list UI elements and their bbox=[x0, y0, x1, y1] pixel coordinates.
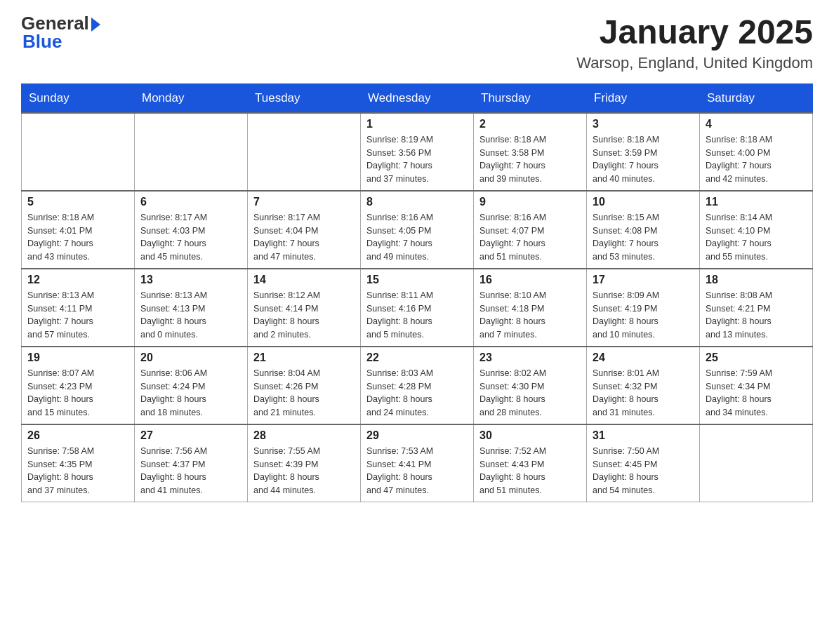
logo-triangle-icon bbox=[91, 18, 100, 32]
day-info: Sunrise: 8:10 AMSunset: 4:18 PMDaylight:… bbox=[479, 289, 581, 342]
day-info: Sunrise: 8:18 AMSunset: 4:01 PMDaylight:… bbox=[27, 211, 128, 264]
calendar-week-4: 26Sunrise: 7:58 AMSunset: 4:35 PMDayligh… bbox=[22, 424, 813, 502]
col-monday: Monday bbox=[135, 83, 248, 113]
col-tuesday: Tuesday bbox=[248, 83, 361, 113]
day-info: Sunrise: 8:16 AMSunset: 4:05 PMDaylight:… bbox=[366, 211, 468, 264]
day-number: 1 bbox=[366, 118, 468, 130]
calendar-cell: 23Sunrise: 8:02 AMSunset: 4:30 PMDayligh… bbox=[474, 347, 587, 424]
day-info: Sunrise: 8:13 AMSunset: 4:11 PMDaylight:… bbox=[27, 289, 128, 342]
day-info: Sunrise: 7:56 AMSunset: 4:37 PMDaylight:… bbox=[140, 445, 241, 497]
day-number: 25 bbox=[706, 351, 807, 364]
calendar-cell: 11Sunrise: 8:14 AMSunset: 4:10 PMDayligh… bbox=[700, 191, 813, 269]
page-header: General Blue January 2025 Warsop, Englan… bbox=[21, 14, 813, 72]
day-number: 24 bbox=[593, 351, 694, 364]
day-number: 7 bbox=[253, 196, 355, 208]
day-number: 22 bbox=[366, 351, 468, 364]
logo-general-text: General bbox=[21, 14, 89, 32]
day-info: Sunrise: 8:19 AMSunset: 3:56 PMDaylight:… bbox=[366, 133, 468, 186]
calendar-cell: 27Sunrise: 7:56 AMSunset: 4:37 PMDayligh… bbox=[135, 424, 248, 502]
day-info: Sunrise: 8:08 AMSunset: 4:21 PMDaylight:… bbox=[706, 289, 807, 342]
calendar-cell: 17Sunrise: 8:09 AMSunset: 4:19 PMDayligh… bbox=[587, 269, 700, 347]
day-number: 12 bbox=[27, 274, 128, 286]
day-number: 20 bbox=[140, 351, 241, 364]
day-number: 3 bbox=[593, 118, 694, 130]
day-number: 5 bbox=[27, 196, 128, 208]
day-number: 4 bbox=[706, 118, 807, 130]
day-info: Sunrise: 8:17 AMSunset: 4:03 PMDaylight:… bbox=[140, 211, 241, 264]
logo-blue-text: Blue bbox=[22, 31, 62, 52]
day-number: 21 bbox=[253, 351, 355, 364]
day-number: 30 bbox=[479, 429, 581, 442]
day-info: Sunrise: 8:17 AMSunset: 4:04 PMDaylight:… bbox=[253, 211, 355, 264]
day-info: Sunrise: 8:03 AMSunset: 4:28 PMDaylight:… bbox=[366, 367, 468, 420]
calendar-cell: 31Sunrise: 7:50 AMSunset: 4:45 PMDayligh… bbox=[587, 424, 700, 502]
day-info: Sunrise: 7:55 AMSunset: 4:39 PMDaylight:… bbox=[253, 445, 355, 497]
day-number: 27 bbox=[140, 429, 241, 442]
calendar-cell: 5Sunrise: 8:18 AMSunset: 4:01 PMDaylight… bbox=[22, 191, 135, 269]
calendar-cell: 7Sunrise: 8:17 AMSunset: 4:04 PMDaylight… bbox=[248, 191, 361, 269]
calendar-cell bbox=[248, 113, 361, 191]
day-number: 16 bbox=[479, 274, 581, 286]
title-block: January 2025 Warsop, England, United Kin… bbox=[576, 14, 813, 72]
day-number: 31 bbox=[593, 429, 694, 442]
day-number: 18 bbox=[706, 274, 807, 286]
col-friday: Friday bbox=[587, 83, 700, 113]
calendar-week-2: 12Sunrise: 8:13 AMSunset: 4:11 PMDayligh… bbox=[22, 269, 813, 347]
calendar-cell: 18Sunrise: 8:08 AMSunset: 4:21 PMDayligh… bbox=[700, 269, 813, 347]
calendar-title: January 2025 bbox=[576, 14, 813, 51]
calendar-cell: 25Sunrise: 7:59 AMSunset: 4:34 PMDayligh… bbox=[700, 347, 813, 424]
calendar-cell: 16Sunrise: 8:10 AMSunset: 4:18 PMDayligh… bbox=[474, 269, 587, 347]
day-info: Sunrise: 8:18 AMSunset: 4:00 PMDaylight:… bbox=[706, 133, 807, 186]
day-number: 17 bbox=[593, 274, 694, 286]
day-number: 9 bbox=[479, 196, 581, 208]
calendar-cell: 8Sunrise: 8:16 AMSunset: 4:05 PMDaylight… bbox=[361, 191, 474, 269]
calendar-week-1: 5Sunrise: 8:18 AMSunset: 4:01 PMDaylight… bbox=[22, 191, 813, 269]
calendar-cell bbox=[135, 113, 248, 191]
calendar-cell: 26Sunrise: 7:58 AMSunset: 4:35 PMDayligh… bbox=[22, 424, 135, 502]
day-number: 14 bbox=[253, 274, 355, 286]
day-info: Sunrise: 8:11 AMSunset: 4:16 PMDaylight:… bbox=[366, 289, 468, 342]
calendar-cell: 15Sunrise: 8:11 AMSunset: 4:16 PMDayligh… bbox=[361, 269, 474, 347]
calendar-cell: 24Sunrise: 8:01 AMSunset: 4:32 PMDayligh… bbox=[587, 347, 700, 424]
day-info: Sunrise: 7:58 AMSunset: 4:35 PMDaylight:… bbox=[27, 445, 128, 497]
day-number: 19 bbox=[27, 351, 128, 364]
day-info: Sunrise: 8:14 AMSunset: 4:10 PMDaylight:… bbox=[706, 211, 807, 264]
day-info: Sunrise: 7:59 AMSunset: 4:34 PMDaylight:… bbox=[706, 367, 807, 420]
calendar-cell: 19Sunrise: 8:07 AMSunset: 4:23 PMDayligh… bbox=[22, 347, 135, 424]
calendar-cell: 9Sunrise: 8:16 AMSunset: 4:07 PMDaylight… bbox=[474, 191, 587, 269]
calendar-cell: 20Sunrise: 8:06 AMSunset: 4:24 PMDayligh… bbox=[135, 347, 248, 424]
calendar-cell: 3Sunrise: 8:18 AMSunset: 3:59 PMDaylight… bbox=[587, 113, 700, 191]
day-info: Sunrise: 7:53 AMSunset: 4:41 PMDaylight:… bbox=[366, 445, 468, 497]
day-number: 8 bbox=[366, 196, 468, 208]
day-info: Sunrise: 8:12 AMSunset: 4:14 PMDaylight:… bbox=[253, 289, 355, 342]
col-saturday: Saturday bbox=[700, 83, 813, 113]
day-number: 26 bbox=[27, 429, 128, 442]
calendar-cell: 1Sunrise: 8:19 AMSunset: 3:56 PMDaylight… bbox=[361, 113, 474, 191]
day-number: 2 bbox=[479, 118, 581, 130]
calendar-cell: 30Sunrise: 7:52 AMSunset: 4:43 PMDayligh… bbox=[474, 424, 587, 502]
day-info: Sunrise: 8:13 AMSunset: 4:13 PMDaylight:… bbox=[140, 289, 241, 342]
calendar-cell: 13Sunrise: 8:13 AMSunset: 4:13 PMDayligh… bbox=[135, 269, 248, 347]
calendar-cell bbox=[700, 424, 813, 502]
calendar-cell: 21Sunrise: 8:04 AMSunset: 4:26 PMDayligh… bbox=[248, 347, 361, 424]
calendar-header-row: Sunday Monday Tuesday Wednesday Thursday… bbox=[22, 83, 813, 113]
day-number: 28 bbox=[253, 429, 355, 442]
day-info: Sunrise: 8:09 AMSunset: 4:19 PMDaylight:… bbox=[593, 289, 694, 342]
calendar-cell: 6Sunrise: 8:17 AMSunset: 4:03 PMDaylight… bbox=[135, 191, 248, 269]
day-info: Sunrise: 8:06 AMSunset: 4:24 PMDaylight:… bbox=[140, 367, 241, 420]
logo: General Blue bbox=[21, 14, 100, 51]
calendar-week-3: 19Sunrise: 8:07 AMSunset: 4:23 PMDayligh… bbox=[22, 347, 813, 424]
calendar-cell: 4Sunrise: 8:18 AMSunset: 4:00 PMDaylight… bbox=[700, 113, 813, 191]
day-number: 23 bbox=[479, 351, 581, 364]
calendar-cell: 29Sunrise: 7:53 AMSunset: 4:41 PMDayligh… bbox=[361, 424, 474, 502]
col-wednesday: Wednesday bbox=[361, 83, 474, 113]
day-number: 29 bbox=[366, 429, 468, 442]
day-info: Sunrise: 8:01 AMSunset: 4:32 PMDaylight:… bbox=[593, 367, 694, 420]
col-thursday: Thursday bbox=[474, 83, 587, 113]
day-number: 10 bbox=[593, 196, 694, 208]
day-info: Sunrise: 7:50 AMSunset: 4:45 PMDaylight:… bbox=[593, 445, 694, 497]
calendar-week-0: 1Sunrise: 8:19 AMSunset: 3:56 PMDaylight… bbox=[22, 113, 813, 191]
calendar-cell: 2Sunrise: 8:18 AMSunset: 3:58 PMDaylight… bbox=[474, 113, 587, 191]
calendar-cell: 22Sunrise: 8:03 AMSunset: 4:28 PMDayligh… bbox=[361, 347, 474, 424]
day-number: 11 bbox=[706, 196, 807, 208]
